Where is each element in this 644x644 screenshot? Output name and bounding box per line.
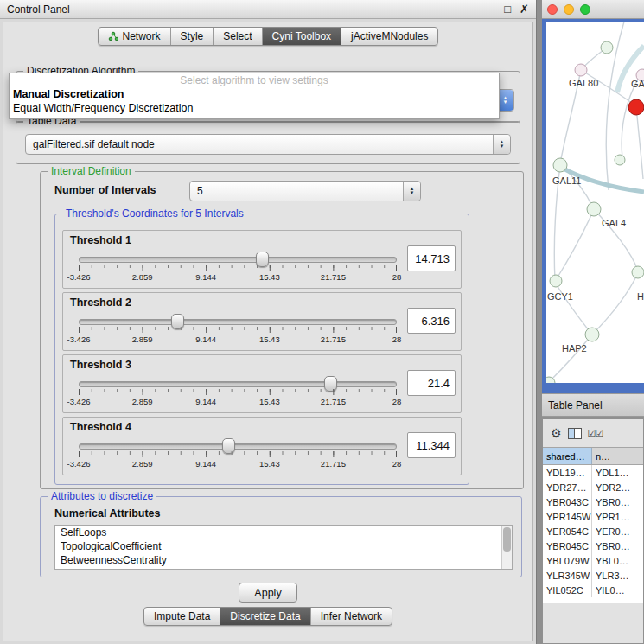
table-row[interactable]: YBR043CYBR0… xyxy=(543,494,643,509)
table-cell[interactable]: YDL1… xyxy=(592,465,643,480)
threshold-2-slider[interactable]: -3.4262.8599.14415.4321.71528 xyxy=(79,312,397,347)
dropdown-option-manual[interactable]: Manual Discretization xyxy=(10,87,499,101)
list-item[interactable]: BetweennessCentrality xyxy=(55,553,512,567)
table-row[interactable]: YIL052CYIL0… xyxy=(543,583,643,597)
table-rows: YDL19…YDL1…YDR27…YDR2…YBR043CYBR0…YPR145… xyxy=(543,465,643,603)
threshold-value-field[interactable]: 21.4 xyxy=(407,370,456,396)
table-cell[interactable]: YBR0… xyxy=(592,494,643,509)
minimize-traffic-light-icon[interactable] xyxy=(564,4,574,15)
combo-stepper-icon[interactable]: ▲▼ xyxy=(493,135,510,154)
tab-style[interactable]: Style xyxy=(171,28,214,45)
table-cell[interactable]: YLR3… xyxy=(592,568,643,583)
zoom-traffic-light-icon[interactable] xyxy=(580,4,590,15)
tab-discretize-data[interactable]: Discretize Data xyxy=(220,608,310,625)
threshold-1-panel: Threshold 1 -3.4262.8599.14415.4321.7152… xyxy=(62,230,462,289)
column-header-shared-name[interactable]: shared… xyxy=(543,448,592,464)
list-item[interactable]: TopologicalCoefficient xyxy=(55,539,512,553)
gene-node[interactable] xyxy=(632,266,644,278)
table-cell[interactable]: YDR2… xyxy=(592,480,643,494)
node-label: GAL80 xyxy=(569,78,598,88)
close-window-icon[interactable]: ✗ xyxy=(520,3,529,16)
num-intervals-label: Number of Intervals xyxy=(54,184,156,196)
table-cell[interactable]: YLR345W xyxy=(543,568,592,583)
tick-labels: -3.4262.8599.14415.4321.71528 xyxy=(79,272,397,283)
table-data-group: Table Data galFiltered.sif default node … xyxy=(16,121,520,164)
threshold-3-panel: Threshold 3 -3.4262.8599.14415.4321.7152… xyxy=(62,354,462,413)
threshold-value-field[interactable]: 6.316 xyxy=(407,308,456,334)
list-item[interactable]: SelfLoops xyxy=(55,526,512,539)
table-row[interactable]: YBR045CYBR0… xyxy=(543,539,643,553)
table-row[interactable]: YDL19…YDL1… xyxy=(543,465,643,480)
tab-select[interactable]: Select xyxy=(214,28,262,45)
apply-button[interactable]: Apply xyxy=(239,583,297,603)
float-window-icon[interactable]: □ xyxy=(504,3,511,16)
gene-node[interactable] xyxy=(615,155,625,165)
gear-icon[interactable]: ⚙ xyxy=(551,426,562,440)
tick-labels: -3.4262.8599.14415.4321.71528 xyxy=(79,397,397,407)
tick-label: 2.859 xyxy=(132,397,153,406)
cyni-mode-tabs: Impute Data Discretize Data Infer Networ… xyxy=(143,607,392,626)
group-title: Interval Definition xyxy=(48,165,135,177)
attributes-scrollbar[interactable] xyxy=(501,526,512,569)
table-cell[interactable]: YPR1… xyxy=(592,509,643,524)
table-cell[interactable]: YIL0… xyxy=(592,583,643,597)
tab-network[interactable]: Network xyxy=(99,28,171,45)
table-cell[interactable]: YBR045C xyxy=(543,539,592,553)
combo-value: galFiltered.sif default node xyxy=(33,135,155,154)
table-cell[interactable]: YER054C xyxy=(543,524,592,539)
table-cell[interactable]: YER0… xyxy=(592,524,643,539)
node-label: GAL11 xyxy=(552,175,581,186)
table-data-combobox[interactable]: galFiltered.sif default node ▲▼ xyxy=(25,134,511,155)
table-row[interactable]: YER054CYER0… xyxy=(543,524,643,539)
select-all-check-icons[interactable]: ☑☑ xyxy=(588,428,603,439)
tick-label: 2.859 xyxy=(132,459,153,469)
gene-node[interactable] xyxy=(601,41,613,54)
slider-track[interactable] xyxy=(79,443,397,450)
tab-infer-network[interactable]: Infer Network xyxy=(311,608,392,625)
attributes-list[interactable]: SelfLoopsTopologicalCoefficientBetweenne… xyxy=(54,525,513,570)
close-traffic-light-icon[interactable] xyxy=(547,4,558,15)
gene-node[interactable] xyxy=(575,64,587,76)
threshold-label: Threshold 2 xyxy=(70,296,131,309)
table-cell[interactable]: YDR27… xyxy=(543,480,592,494)
table-cell[interactable]: YBL079W xyxy=(543,553,592,568)
table-cell[interactable]: YBR0… xyxy=(592,539,643,553)
slider-track[interactable] xyxy=(79,257,397,263)
selected-gene-node[interactable] xyxy=(628,99,644,115)
dropdown-option-equal-width[interactable]: Equal Width/Frequency Discretization xyxy=(10,101,499,115)
table-row[interactable]: YBL079WYBL0… xyxy=(543,553,643,568)
threshold-value-field[interactable]: 11.344 xyxy=(407,432,456,458)
gene-node[interactable] xyxy=(553,158,567,172)
tab-impute-data[interactable]: Impute Data xyxy=(144,608,220,625)
table-row[interactable]: YLR345WYLR3… xyxy=(543,568,643,583)
threshold-value-field[interactable]: 14.713 xyxy=(407,245,456,271)
table-row[interactable]: YDR27…YDR2… xyxy=(543,480,643,494)
table-cell[interactable]: YIL052C xyxy=(543,583,592,597)
tick-label: 21.715 xyxy=(321,272,346,282)
tab-cyni-toolbox[interactable]: Cyni Toolbox xyxy=(263,28,341,45)
column-header-name[interactable]: n… xyxy=(592,448,643,464)
table-panel-title: Table Panel xyxy=(548,399,603,411)
columns-icon[interactable] xyxy=(568,428,582,439)
slider-track[interactable] xyxy=(79,319,397,325)
table-cell[interactable]: YPR145W xyxy=(543,509,592,524)
gene-node[interactable] xyxy=(550,275,562,287)
threshold-1-slider[interactable]: -3.4262.8599.14415.4321.71528 xyxy=(79,250,397,284)
network-canvas[interactable]: GAL80 GA GAL11 GAL4 GCY1 H HAP2 xyxy=(546,22,644,383)
num-intervals-combobox[interactable]: 5 ▲▼ xyxy=(189,181,421,201)
table-cell[interactable]: YDL19… xyxy=(543,465,592,480)
tab-jactivemnodules[interactable]: jActiveMNodules xyxy=(341,28,437,45)
threshold-4-panel: Threshold 4 -3.4262.8599.14415.4321.7152… xyxy=(62,417,462,475)
node-label: GCY1 xyxy=(547,291,573,302)
combo-stepper-icon[interactable]: ▲▼ xyxy=(403,182,420,201)
control-panel-body: Network Style Select Cyni Toolbox jActiv… xyxy=(3,22,533,641)
gene-node[interactable] xyxy=(585,328,599,341)
scrollbar-thumb[interactable] xyxy=(503,527,511,552)
table-cell[interactable]: YBL0… xyxy=(592,553,643,568)
gene-node[interactable] xyxy=(587,202,601,216)
threshold-4-slider[interactable]: -3.4262.8599.14415.4321.71528 xyxy=(79,437,397,471)
table-cell[interactable]: YBR043C xyxy=(543,494,592,509)
table-row[interactable]: YPR145WYPR1… xyxy=(543,509,643,524)
slider-track[interactable] xyxy=(79,381,397,387)
threshold-3-slider[interactable]: -3.4262.8599.14415.4321.71528 xyxy=(79,374,397,409)
